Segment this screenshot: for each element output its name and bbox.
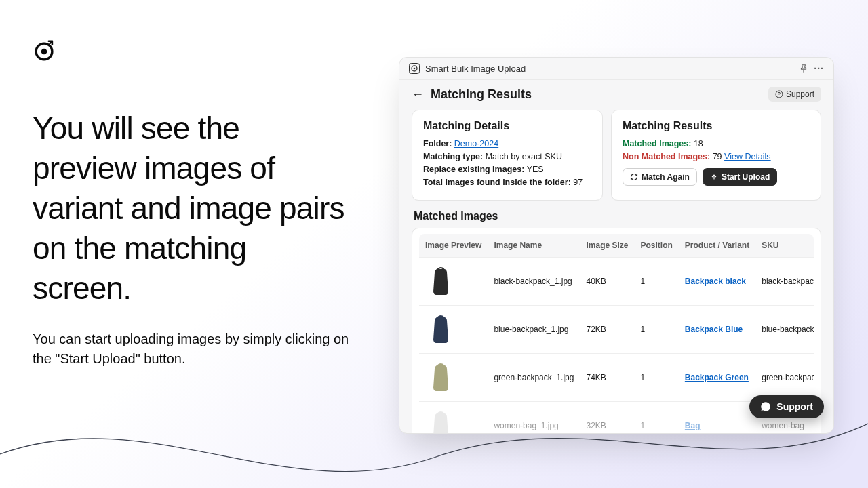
back-button[interactable]: ← [412,87,424,102]
table-row: blue-backpack_1.jpg72KB1Backpack Blueblu… [419,306,814,354]
table-row: green-backpack_1.jpg74KB1Backpack Greeng… [419,354,814,402]
matching-results-title: Matching Results [623,120,810,132]
cell-sku: black-backpack [755,258,814,306]
svg-point-1 [41,49,47,55]
matching-details-title: Matching Details [423,120,591,132]
col-position: Position [635,234,679,258]
more-icon[interactable]: ··· [814,63,824,74]
view-details-link[interactable]: View Details [724,152,771,161]
match-again-button[interactable]: Match Again [623,168,697,186]
col-name: Image Name [488,234,580,258]
col-product: Product / Variant [679,234,755,258]
table-row: black-backpack_1.jpg40KB1Backpack blackb… [419,258,814,306]
svg-point-4 [414,68,416,70]
image-preview-thumb [425,361,456,394]
folder-link[interactable]: Demo-2024 [454,139,498,148]
app-logo-icon [409,63,420,74]
page-title: Matching Results [431,87,768,102]
col-preview: Image Preview [419,234,488,258]
matching-results-card: Matching Results Matched Images: 18 Non … [611,110,821,201]
floating-support-button[interactable]: Support [749,395,824,418]
cell-image-name: blue-backpack_1.jpg [488,306,580,354]
support-chip-label: Support [786,89,814,99]
cell-image-size: 72KB [580,306,634,354]
image-preview-thumb [425,312,456,346]
upload-icon [710,173,718,181]
cell-position: 1 [635,258,679,306]
image-preview-thumb [425,409,456,434]
col-size: Image Size [580,234,634,258]
product-link[interactable]: Backpack black [685,277,746,286]
col-sku: SKU [755,234,814,258]
app-title: Smart Bulk Image Upload [425,64,526,74]
product-link[interactable]: Backpack Blue [685,325,743,334]
pin-icon[interactable] [799,64,808,73]
cell-sku: green-backpack [755,354,814,402]
cell-image-name: green-backpack_1.jpg [488,354,580,402]
help-icon [775,90,783,98]
support-chip[interactable]: Support [768,87,821,102]
start-upload-button[interactable]: Start Upload [703,168,777,186]
refresh-icon [630,173,638,181]
cell-position: 1 [635,354,679,402]
marketing-headline: You will see the preview images of varia… [33,108,351,308]
matched-images-title: Matched Images [414,210,821,222]
app-window: Smart Bulk Image Upload ··· ← Matching R… [399,57,834,434]
marketing-subtext: You can start uploading images by simply… [33,329,351,369]
image-preview-thumb [425,264,456,298]
cell-image-name: women-bag_1.jpg [488,402,580,434]
cell-image-size: 74KB [580,354,634,402]
cell-image-size: 32KB [580,402,634,434]
matching-details-card: Matching Details Folder: Demo-2024 Match… [412,110,603,201]
brand-logo [33,40,56,66]
product-link[interactable]: Backpack Green [685,373,749,382]
cell-position: 1 [635,306,679,354]
cell-image-size: 40KB [580,258,634,306]
cell-image-name: black-backpack_1.jpg [488,258,580,306]
chat-icon [760,401,771,412]
cell-position: 1 [635,402,679,434]
product-link[interactable]: Bag [685,421,701,430]
cell-sku: blue-backpack [755,306,814,354]
